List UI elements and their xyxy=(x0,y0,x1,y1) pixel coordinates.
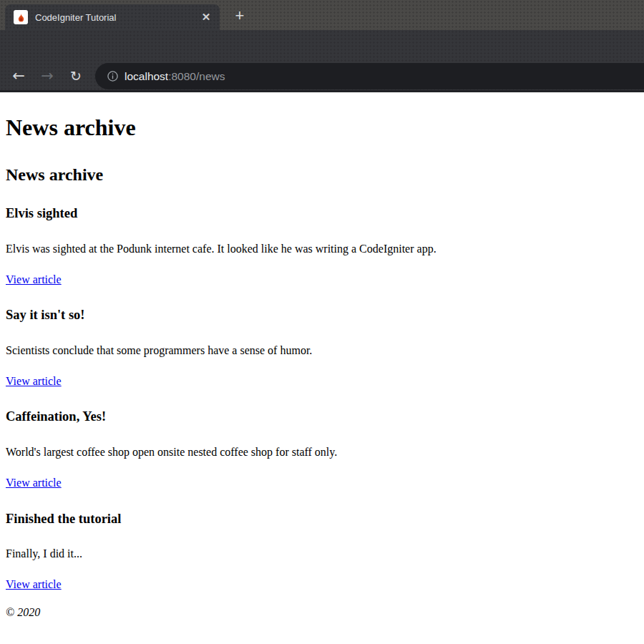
view-article-link[interactable]: View article xyxy=(6,578,62,590)
page-content: News archive News archive Elvis sighted … xyxy=(0,92,644,644)
plus-icon: + xyxy=(235,6,245,25)
forward-button[interactable]: → xyxy=(34,63,60,89)
news-article: Caffeination, Yes! World's largest coffe… xyxy=(6,409,638,489)
url-path: :8080/news xyxy=(168,70,225,82)
url-host: localhost xyxy=(125,70,168,82)
article-title: Caffeination, Yes! xyxy=(6,409,638,424)
view-article-link[interactable]: View article xyxy=(6,375,62,387)
address-bar[interactable]: localhost:8080/news xyxy=(95,63,644,89)
news-article: Say it isn't so! Scientists conclude tha… xyxy=(6,308,638,388)
new-tab-button[interactable]: + xyxy=(229,5,250,26)
page-title: News archive xyxy=(6,114,638,141)
browser-tab[interactable]: CodeIgniter Tutorial ✕ xyxy=(5,4,220,30)
flame-icon xyxy=(16,12,26,23)
news-article: Elvis sighted Elvis was sighted at the P… xyxy=(6,206,638,286)
info-icon xyxy=(106,69,119,83)
article-title: Finished the tutorial xyxy=(6,512,638,527)
article-body: Elvis was sighted at the Podunk internet… xyxy=(6,243,638,255)
article-title: Elvis sighted xyxy=(6,206,638,221)
tab-title: CodeIgniter Tutorial xyxy=(35,12,198,23)
back-button[interactable]: ← xyxy=(6,63,31,89)
copyright-footer: © 2020 xyxy=(6,606,638,619)
tab-close-button[interactable]: ✕ xyxy=(198,9,214,25)
reload-icon: ↻ xyxy=(70,68,82,84)
browser-toolbar: ← → ↻ localhost:8080/news xyxy=(0,30,644,90)
article-body: World's largest coffee shop open onsite … xyxy=(6,446,638,459)
forward-arrow-icon: → xyxy=(41,67,54,84)
view-article-link[interactable]: View article xyxy=(6,273,62,286)
window-frame: CodeIgniter Tutorial ✕ + xyxy=(0,0,644,30)
codeigniter-favicon xyxy=(14,10,28,24)
article-title: Say it isn't so! xyxy=(6,308,638,323)
back-arrow-icon: ← xyxy=(12,67,25,84)
article-body: Finally, I did it... xyxy=(6,547,638,560)
page-info-button[interactable] xyxy=(104,69,120,84)
article-body: Scientists conclude that some programmer… xyxy=(6,344,638,357)
view-article-link[interactable]: View article xyxy=(6,477,62,489)
close-icon: ✕ xyxy=(202,11,211,24)
reload-button[interactable]: ↻ xyxy=(63,63,89,89)
url-text: localhost:8080/news xyxy=(125,70,225,83)
news-article: Finished the tutorial Finally, I did it.… xyxy=(6,512,638,592)
section-heading: News archive xyxy=(6,165,638,185)
